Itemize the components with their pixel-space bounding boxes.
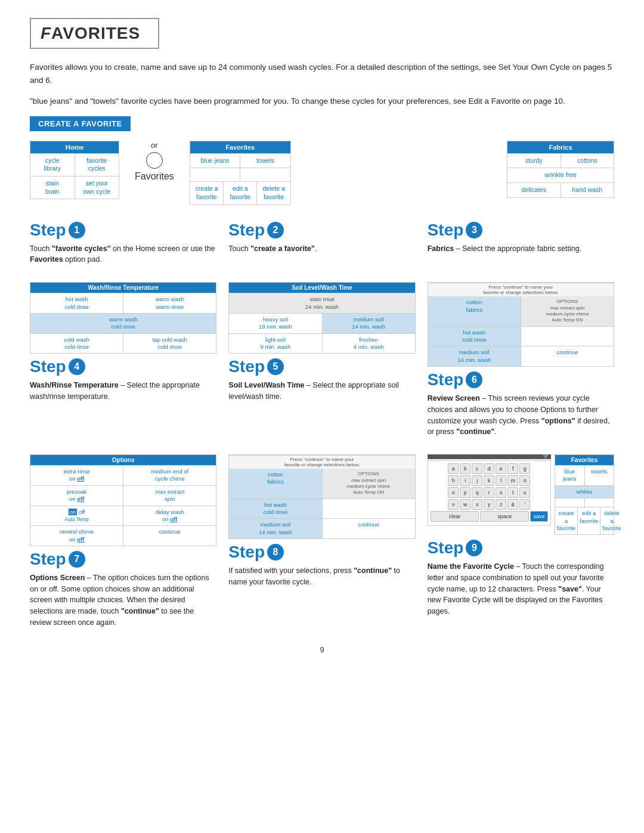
name-create[interactable]: create afavorite [555, 507, 578, 534]
key-space[interactable]: space [480, 511, 529, 522]
step-7-block: Options extra rinseon off medium end ofc… [30, 454, 216, 628]
fav-blue-jeans[interactable]: blue jeans [190, 154, 241, 168]
key-s[interactable]: s [496, 487, 506, 498]
light-soil[interactable]: light soil9 min. wash [229, 334, 322, 354]
key-ampersand[interactable]: & [507, 499, 518, 510]
review-continue[interactable]: continue [521, 346, 614, 366]
name-empty [555, 498, 585, 507]
home-set-own-cycle[interactable]: set yourown cycle [75, 176, 119, 199]
name-whites[interactable]: whites [555, 486, 614, 498]
key-z[interactable]: z [496, 499, 506, 510]
home-cycle-library[interactable]: cyclelibrary [30, 154, 75, 176]
max-extract-spin[interactable]: max extractspin [123, 486, 216, 506]
home-panel-header: Home [30, 141, 119, 153]
review2-hot-wash[interactable]: hot washcold rinse [229, 499, 322, 519]
soil-level-header: Soil Level/Wash Time [229, 283, 414, 293]
review2-cotton[interactable]: cottonfabrics [229, 469, 322, 498]
step-5-title: Step 5 [228, 358, 415, 375]
name-edit[interactable]: edit afavorite [578, 507, 600, 534]
medium-soil[interactable]: medium soil14 min. wash [323, 314, 415, 333]
extra-rinse[interactable]: extra rinseon off [30, 466, 123, 485]
key-g[interactable]: g [519, 463, 530, 474]
key-m[interactable]: m [507, 475, 518, 486]
options-panel: Options extra rinseon off medium end ofc… [30, 454, 216, 546]
review-empty [521, 327, 614, 346]
key-o[interactable]: o [448, 487, 459, 498]
review-options: OPTIONSmax extract spinmedium cycle chim… [521, 296, 614, 326]
auto-temp[interactable]: on offAuto Temp [30, 506, 123, 526]
key-l[interactable]: l [496, 475, 506, 486]
fab-wrinkle-free[interactable]: wrinkle free [507, 168, 614, 182]
key-y[interactable]: y [484, 499, 494, 510]
step-5-desc: Soil Level/Wash Time – Select the approp… [228, 380, 415, 402]
review-cotton-fabrics[interactable]: cottonfabrics [428, 296, 521, 326]
kb-topbar [428, 454, 551, 459]
fav-create[interactable]: create afavorite [190, 182, 224, 204]
home-favorite-cycles[interactable]: favoritecycles [75, 154, 119, 176]
key-k[interactable]: k [484, 475, 494, 486]
step-4-desc: Wash/Rinse Temperature – Select the appr… [30, 380, 216, 402]
fab-cottons[interactable]: cottons [561, 154, 614, 168]
key-i[interactable]: i [460, 475, 470, 486]
key-a[interactable]: a [448, 463, 459, 474]
key-d[interactable]: d [484, 463, 494, 474]
fab-sturdy[interactable]: sturdy [507, 154, 561, 168]
fav-edit[interactable]: edit afavorite [224, 182, 257, 204]
warm-wash-cold-rinse[interactable]: warm washcold rinse [30, 314, 216, 333]
key-c[interactable]: c [472, 463, 482, 474]
wash-rinse-header: Wash/Rinse Temperature [30, 283, 216, 293]
or-circle [146, 152, 163, 169]
key-v[interactable]: v [448, 499, 459, 510]
key-u[interactable]: u [519, 487, 530, 498]
create-favorite-header: CREATE A FAVORITE [30, 116, 131, 131]
key-b[interactable]: b [460, 463, 470, 474]
key-q[interactable]: q [472, 487, 482, 498]
medium-end-cycle-chime[interactable]: medium end ofcycle chime [123, 466, 216, 485]
key-r[interactable]: r [484, 487, 494, 498]
freshen[interactable]: freshen4 min. wash [323, 334, 415, 354]
stain-treat[interactable]: stain treat24 min. wash [229, 293, 414, 313]
key-apostrophe[interactable]: ' [519, 499, 530, 510]
fab-hand-wash[interactable]: hand wash [561, 183, 614, 197]
key-t[interactable]: t [507, 487, 518, 498]
name-blue-jeans[interactable]: blue jeans [555, 466, 585, 485]
fab-delicates[interactable]: delicates [507, 183, 561, 197]
review2-medium-soil[interactable]: medium soil14 min. wash [229, 519, 322, 538]
favorites-screen-panel: Favorites blue jeans towels create afavo… [190, 141, 291, 205]
delay-wash[interactable]: delay washon off [123, 506, 216, 526]
or-section: or Favorites [131, 141, 178, 182]
key-j[interactable]: j [472, 475, 482, 486]
step-3-block: Step 3 Fabrics – Select the appropriate … [428, 222, 614, 266]
key-h[interactable]: h [448, 475, 459, 486]
hot-wash-cold-rinse[interactable]: hot washcold rinse [30, 293, 123, 313]
home-stain-brain[interactable]: stainbrain [30, 176, 75, 199]
fav-empty1 [190, 168, 241, 181]
cold-wash-cold-rinse[interactable]: cold washcold rinse [30, 334, 123, 354]
key-n[interactable]: n [519, 475, 530, 486]
steps-grid-7-9: Options extra rinseon off medium end ofc… [30, 454, 614, 628]
key-x[interactable]: x [472, 499, 482, 510]
review2-continue[interactable]: continue [323, 519, 415, 538]
tap-cold-wash-cold-rinse[interactable]: tap cold washcold rinse [123, 334, 216, 354]
presoak[interactable]: presoakon off [30, 486, 123, 506]
name-delete[interactable]: delete afavorite [600, 507, 623, 534]
step-2-title: Step 2 [228, 222, 415, 239]
key-clear[interactable]: clear [431, 511, 479, 522]
fav-delete[interactable]: delete afavorite [257, 182, 290, 204]
favorites-option-label: Favorites [135, 171, 174, 182]
key-e[interactable]: e [496, 463, 506, 474]
key-p[interactable]: p [460, 487, 470, 498]
keyboard-panel[interactable]: a b c d e f g h i j k l m [428, 460, 551, 526]
review-medium-soil[interactable]: medium soil14 min. wash [428, 346, 521, 366]
name-towels[interactable]: towels [585, 466, 614, 485]
warm-wash-warm-rinse[interactable]: warm washwarm rinse [123, 293, 216, 313]
remind-chime[interactable]: remind chimeon off [30, 526, 123, 546]
key-f[interactable]: f [507, 463, 518, 474]
review-hot-wash[interactable]: hot washcold rinse [428, 327, 521, 346]
options-continue[interactable]: continue [123, 526, 216, 546]
key-w[interactable]: w [460, 499, 470, 510]
key-save[interactable]: save [530, 511, 548, 522]
step-3-desc: Fabrics – Select the appropriate fabric … [428, 243, 614, 255]
fav-towels[interactable]: towels [240, 154, 290, 168]
heavy-soil[interactable]: heavy soil19 min. wash [229, 314, 322, 333]
